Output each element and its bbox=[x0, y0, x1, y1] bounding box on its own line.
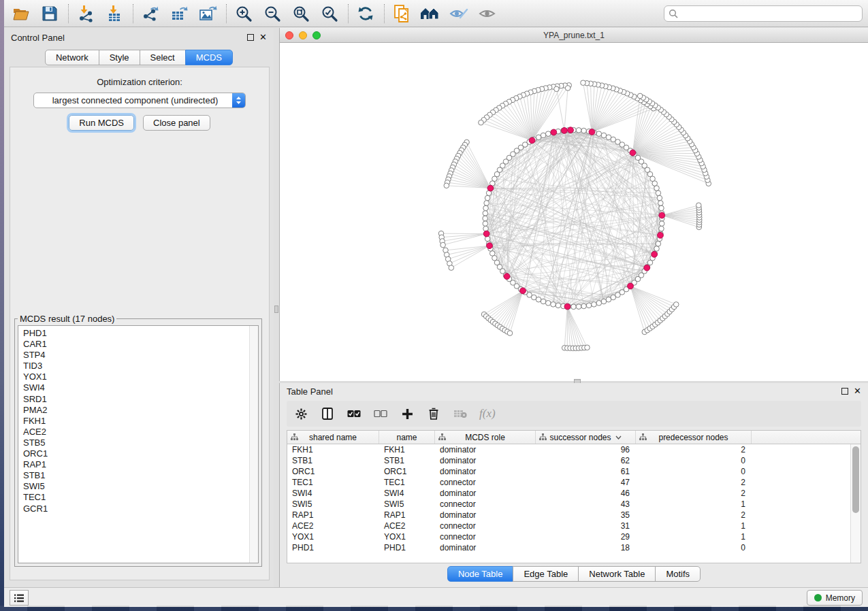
dropdown-stepper-icon bbox=[232, 93, 245, 108]
list-item[interactable]: ORC1 bbox=[23, 448, 258, 459]
table-panel: Table Panel ✕ bbox=[279, 383, 868, 587]
hide-selected-icon[interactable] bbox=[447, 3, 470, 24]
list-item[interactable]: PMA2 bbox=[23, 405, 258, 416]
zoom-in-icon[interactable] bbox=[232, 3, 255, 24]
table-tabs: Node Table Edge Table Network Table Moti… bbox=[280, 566, 868, 582]
zoom-out-icon[interactable] bbox=[261, 3, 284, 24]
list-item[interactable]: STP4 bbox=[23, 350, 258, 361]
control-panel-title: Control Panel bbox=[11, 33, 65, 43]
tab-edge-table[interactable]: Edge Table bbox=[513, 566, 579, 582]
table-row[interactable]: YOX1YOX1connector291 bbox=[287, 531, 850, 542]
memory-button[interactable]: Memory bbox=[807, 590, 863, 606]
table-row[interactable]: PHD1PHD1dominator180 bbox=[287, 542, 850, 553]
float-panel-icon[interactable] bbox=[247, 34, 254, 41]
show-panels-button[interactable] bbox=[10, 590, 29, 606]
tab-network-table[interactable]: Network Table bbox=[578, 566, 656, 582]
table-row[interactable]: TEC1TEC1connector472 bbox=[287, 477, 850, 488]
duplicate-network-icon[interactable] bbox=[390, 3, 413, 24]
list-item[interactable]: SWI5 bbox=[23, 481, 258, 492]
scrollbar-thumb[interactable] bbox=[852, 446, 859, 513]
close-panel-icon[interactable]: ✕ bbox=[259, 34, 267, 41]
list-item[interactable]: YOX1 bbox=[23, 371, 258, 382]
delete-table-icon bbox=[453, 406, 468, 421]
run-mcds-button[interactable]: Run MCDS bbox=[69, 115, 134, 131]
shared-column-icon bbox=[291, 433, 298, 441]
column-header-predecessor-nodes[interactable]: predecessor nodes bbox=[636, 431, 752, 444]
table-row[interactable]: SWI5SWI5connector431 bbox=[287, 499, 850, 510]
list-item[interactable]: CAR1 bbox=[23, 339, 258, 350]
tab-select[interactable]: Select bbox=[140, 50, 186, 65]
save-session-icon[interactable] bbox=[38, 3, 61, 24]
list-item[interactable]: TID3 bbox=[23, 361, 258, 371]
toolbar-separator bbox=[384, 4, 385, 23]
table-row[interactable]: STB1STB1dominator620 bbox=[287, 455, 850, 466]
float-panel-icon[interactable] bbox=[841, 388, 848, 395]
network-titlebar[interactable]: YPA_prune.txt_1 bbox=[280, 28, 868, 43]
tab-node-table[interactable]: Node Table bbox=[447, 566, 514, 582]
list-item[interactable]: SRD1 bbox=[23, 394, 258, 405]
column-header-mcds-role[interactable]: MCDS role bbox=[435, 431, 536, 444]
import-network-icon[interactable] bbox=[74, 3, 97, 24]
vertical-splitter[interactable] bbox=[274, 28, 279, 587]
list-item[interactable]: STB1 bbox=[23, 470, 258, 481]
search-field[interactable] bbox=[664, 5, 863, 22]
mcds-result-title: MCDS result (17 nodes) bbox=[18, 314, 116, 324]
table-scrollbar[interactable] bbox=[850, 444, 861, 563]
add-row-icon[interactable] bbox=[400, 406, 415, 421]
zoom-fit-icon[interactable] bbox=[289, 3, 312, 24]
table-row[interactable]: SWI4SWI4dominator462 bbox=[287, 488, 850, 499]
table-body: FKH1FKH1dominator962 STB1STB1dominator62… bbox=[287, 444, 850, 563]
export-table-icon[interactable] bbox=[167, 3, 191, 24]
main-toolbar bbox=[4, 0, 868, 27]
tab-mcds[interactable]: MCDS bbox=[185, 50, 233, 65]
column-header-successor-nodes[interactable]: successor nodes bbox=[536, 431, 636, 444]
list-item[interactable]: FKH1 bbox=[23, 416, 258, 427]
list-item[interactable]: SWI4 bbox=[23, 382, 258, 393]
show-all-icon[interactable] bbox=[476, 3, 499, 24]
delete-row-icon[interactable] bbox=[426, 406, 441, 421]
column-header-name[interactable]: name bbox=[379, 431, 435, 444]
list-scrollbar[interactable] bbox=[249, 326, 258, 563]
list-item[interactable]: PHD1 bbox=[23, 328, 258, 339]
search-icon bbox=[669, 9, 678, 18]
list-item[interactable]: ACE2 bbox=[23, 427, 258, 437]
close-panel-icon[interactable]: ✕ bbox=[854, 388, 861, 395]
table-row[interactable]: FKH1FKH1dominator962 bbox=[287, 444, 850, 455]
toolbar-separator bbox=[133, 4, 133, 23]
network-graph[interactable] bbox=[280, 43, 868, 381]
zoom-selected-icon[interactable] bbox=[318, 3, 341, 24]
network-canvas[interactable] bbox=[280, 43, 868, 381]
refresh-icon[interactable] bbox=[354, 3, 377, 24]
table-row[interactable]: ORC1ORC1dominator610 bbox=[287, 466, 850, 477]
table-toolbar: f(x) bbox=[287, 401, 861, 427]
criterion-dropdown[interactable]: largest connected component (undirected) bbox=[33, 93, 246, 108]
tab-network[interactable]: Network bbox=[45, 50, 99, 65]
export-network-icon[interactable] bbox=[139, 3, 162, 24]
first-neighbors-icon[interactable] bbox=[419, 3, 442, 24]
search-input[interactable] bbox=[681, 9, 858, 18]
tab-motifs[interactable]: Motifs bbox=[655, 566, 701, 582]
column-header-shared-name[interactable]: shared name bbox=[287, 431, 379, 444]
shared-column-icon bbox=[639, 433, 647, 441]
splitter-handle[interactable] bbox=[274, 306, 278, 313]
table-row[interactable]: ACE2ACE2connector311 bbox=[287, 521, 850, 531]
list-item[interactable]: RAP1 bbox=[23, 459, 258, 470]
list-item[interactable]: TEC1 bbox=[23, 492, 258, 503]
list-icon bbox=[14, 593, 25, 603]
show-columns-icon[interactable] bbox=[320, 406, 335, 421]
list-item[interactable]: GCR1 bbox=[23, 503, 258, 514]
close-panel-button[interactable]: Close panel bbox=[143, 115, 210, 131]
function-builder-icon: f(x) bbox=[479, 407, 496, 420]
open-session-icon[interactable] bbox=[10, 3, 33, 24]
tab-style[interactable]: Style bbox=[99, 50, 140, 65]
deselect-all-icon[interactable] bbox=[373, 406, 388, 421]
table-row[interactable]: RAP1RAP1dominator352 bbox=[287, 510, 850, 521]
export-image-icon[interactable] bbox=[196, 3, 219, 24]
column-settings-icon[interactable] bbox=[293, 406, 308, 421]
import-table-icon[interactable] bbox=[103, 3, 126, 24]
list-item[interactable]: STB5 bbox=[23, 437, 258, 448]
network-title: YPA_prune.txt_1 bbox=[280, 31, 868, 40]
table-header-row: shared name name MCDS role successor nod… bbox=[287, 431, 861, 444]
select-all-icon[interactable] bbox=[347, 406, 361, 421]
mcds-result-list[interactable]: PHD1 CAR1 STP4 TID3 YOX1 SWI4 SRD1 PMA2 … bbox=[18, 325, 259, 563]
